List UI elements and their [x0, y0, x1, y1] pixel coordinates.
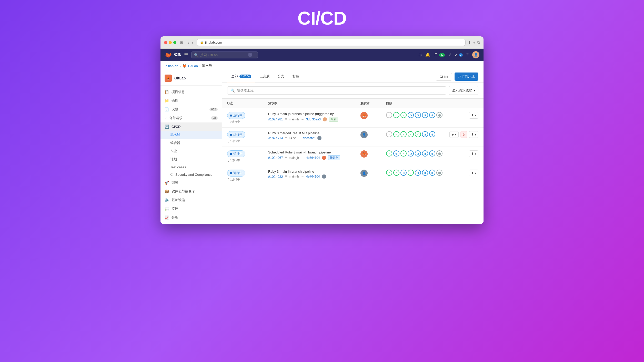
stage-running-1b[interactable]: ◑	[415, 112, 421, 118]
sidebar-sub-item-pipelines[interactable]: 流水线	[160, 131, 222, 139]
stage-success-2d[interactable]: ✓	[415, 131, 421, 137]
stage-running-2b[interactable]: ◑	[429, 131, 435, 137]
stage-scheduled-4[interactable]: ⬤	[436, 170, 442, 176]
search-input[interactable]	[200, 53, 246, 57]
download-button-4[interactable]: ⬇ ▾	[469, 170, 478, 176]
avatar-small-2	[317, 136, 321, 140]
cancel-button-2[interactable]: ⊘	[460, 131, 467, 138]
traffic-light-red[interactable]	[164, 41, 167, 44]
pipeline-id-1[interactable]: #1024981	[268, 117, 283, 121]
download-button-1[interactable]: ⬇ ▾	[469, 112, 478, 119]
ci-lint-button[interactable]: CI lint	[436, 73, 452, 81]
stage-scheduled-3[interactable]: ⬤	[436, 150, 442, 157]
browser-actions: ⬆ + ⧉	[468, 40, 480, 45]
stage-success-3a[interactable]: ✓	[386, 150, 392, 157]
tab-all[interactable]: 全部 1,000+	[227, 71, 255, 82]
traffic-light-yellow[interactable]	[169, 41, 172, 44]
trigger-avatar-1: 🦊	[360, 112, 368, 119]
sidebar-item-repository[interactable]: 📁 仓库	[160, 96, 222, 105]
commit-hash-3[interactable]: 4e764104	[306, 156, 320, 160]
address-bar[interactable]: 🔒 jihulab.com	[197, 39, 465, 46]
stage-running-1c[interactable]: ◑	[422, 112, 428, 118]
hamburger-menu[interactable]: ☰	[184, 52, 188, 58]
commit-hash-4[interactable]: 4e764104	[306, 175, 320, 178]
stage-scheduled-1[interactable]: ⬤	[436, 112, 442, 118]
stage-running-1d[interactable]: ◑	[429, 112, 435, 118]
sidebar-sub-item-jobs[interactable]: 作业	[160, 147, 222, 155]
stage-running-3e[interactable]: ◑	[429, 150, 435, 157]
stage-running-3b[interactable]: ◑	[408, 150, 414, 157]
stage-running-3c[interactable]: ◑	[415, 150, 421, 157]
sidebar-sub-item-test-cases[interactable]: Test cases	[160, 163, 222, 171]
status-label-3: 运行中	[233, 152, 243, 156]
sidebar-item-deployments[interactable]: 🚀 部署	[160, 178, 222, 187]
download-button-2[interactable]: ⬇ ▾	[469, 131, 478, 138]
sidebar-item-issues[interactable]: 📄 议题 832	[160, 105, 222, 114]
create-button[interactable]: ⊕	[418, 53, 422, 57]
sidebar-toggle-browser[interactable]: ⊞	[179, 40, 184, 45]
stage-running-4d[interactable]: ◑	[429, 170, 435, 176]
status-sub-label-3: 进行中	[232, 158, 240, 162]
sidebar-sub-item-security[interactable]: 🛡 Security and Compliance	[160, 171, 222, 178]
play-button-2[interactable]: ▶ ▾	[449, 131, 459, 138]
issues-nav-button[interactable]: ✓ 2	[455, 53, 463, 57]
new-tab-icon[interactable]: +	[473, 40, 475, 45]
sidebar-sub-item-schedules[interactable]: 计划	[160, 155, 222, 163]
sidebar-item-project-info[interactable]: 📋 项目信息	[160, 88, 222, 96]
stage-skip-2[interactable]: ›	[386, 131, 392, 137]
sidebar-sub-item-editor[interactable]: 编辑器	[160, 139, 222, 147]
tab-branches[interactable]: 分支	[274, 71, 288, 82]
search-bar[interactable]: 🔍 /	[191, 51, 258, 58]
download-button-3[interactable]: ⬇ ▾	[469, 150, 478, 157]
pipeline-id-4[interactable]: #1024932	[268, 175, 283, 179]
sidebar-item-merge-requests[interactable]: ⑂ 合并请求 26	[160, 114, 222, 122]
tab-finished[interactable]: 已完成	[255, 71, 274, 82]
breadcrumb-project[interactable]: GitLab	[188, 64, 198, 68]
sidebar-item-monitor[interactable]: 📊 监控	[160, 204, 222, 213]
stage-running-2a[interactable]: ◑	[422, 131, 428, 137]
sidebar-item-analytics[interactable]: 📈 分析	[160, 213, 222, 222]
tab-tags[interactable]: 标签	[288, 71, 303, 82]
stage-success-4a[interactable]: ✓	[386, 170, 392, 176]
stage-success-4b[interactable]: ✓	[393, 170, 399, 176]
activity-button[interactable]: 🔔	[425, 53, 430, 57]
filter-input[interactable]	[237, 89, 443, 92]
sidebar-item-infrastructure[interactable]: ⚙️ 基础设施	[160, 196, 222, 204]
stage-running-4b[interactable]: ◑	[415, 170, 421, 176]
stage-success-1a[interactable]: ✓	[393, 112, 399, 118]
traffic-light-green[interactable]	[173, 41, 176, 44]
back-button[interactable]: ‹	[187, 40, 190, 45]
forward-button[interactable]: ›	[191, 40, 194, 45]
stage-skip-1[interactable]: ›	[386, 112, 392, 118]
stage-running-4a[interactable]: ◑	[400, 170, 407, 176]
stage-success-3b[interactable]: ✓	[400, 150, 407, 157]
display-dropdown[interactable]: 显示流水线ID ▾	[449, 86, 478, 95]
sidebar-label-analytics: 分析	[172, 215, 178, 220]
stage-success-2c[interactable]: ✓	[408, 131, 414, 137]
stage-success-4c[interactable]: ✓	[408, 170, 414, 176]
user-avatar-button[interactable]: 👤	[472, 51, 479, 58]
commit-hash-2[interactable]: deccaf25	[303, 136, 316, 140]
commit-hash-1[interactable]: 3d0 36aa3	[306, 118, 321, 121]
stage-running-4c[interactable]: ◑	[422, 170, 428, 176]
stage-success-2a[interactable]: ✓	[393, 131, 399, 137]
issues-icon: ✓	[455, 53, 458, 57]
run-pipeline-button[interactable]: 运行流水线	[455, 73, 478, 81]
sidebar-item-packages[interactable]: 📦 软件包与镜像库	[160, 187, 222, 196]
stage-success-1b[interactable]: ✓	[400, 112, 407, 118]
help-button[interactable]: ?	[466, 53, 469, 57]
breadcrumb-org[interactable]: gitlab-cn	[166, 64, 178, 68]
sidebar-item-cicd[interactable]: 🔄 CI/CD	[160, 122, 222, 131]
snippets-button[interactable]: 🗒 87	[434, 53, 445, 57]
stage-success-2b[interactable]: ✓	[400, 131, 407, 137]
merge-requests-nav-button[interactable]: ⑂	[448, 53, 451, 57]
share-icon[interactable]: ⬆	[468, 40, 471, 45]
filter-input-wrapper[interactable]: 🔍	[227, 86, 446, 95]
tab-actions: CI lint 运行流水线	[436, 73, 478, 81]
stage-running-3a[interactable]: ◑	[393, 150, 399, 157]
pipeline-id-2[interactable]: #1024974	[268, 136, 283, 140]
stage-running-1a[interactable]: ◑	[408, 112, 414, 118]
windows-icon[interactable]: ⧉	[477, 40, 480, 45]
pipeline-id-3[interactable]: #1024967	[268, 156, 283, 160]
stage-running-3d[interactable]: ◑	[422, 150, 428, 157]
